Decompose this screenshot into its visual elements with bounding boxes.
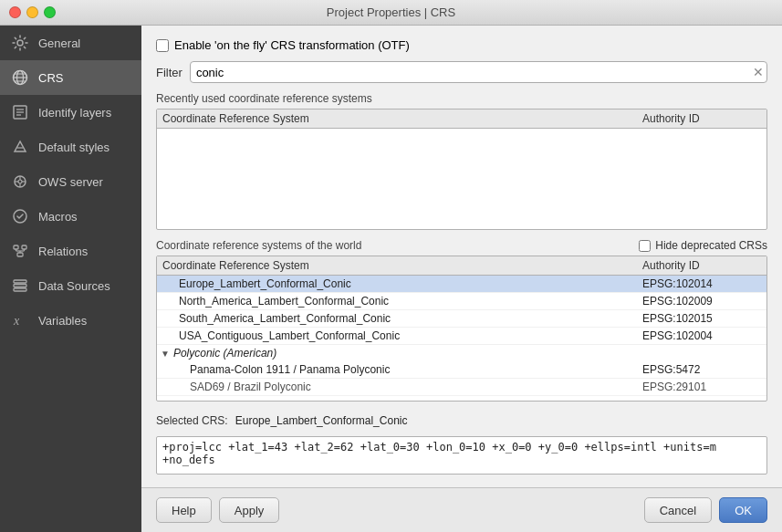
- macros-icon: [11, 207, 29, 225]
- sidebar-item-macros[interactable]: Macros: [0, 199, 141, 234]
- sidebar-label-general: General: [38, 37, 80, 50]
- content-inner: Enable 'on the fly' CRS transformation (…: [141, 26, 782, 487]
- table-row[interactable]: Panama-Colon 1911 / Panama Polyconic EPS…: [157, 361, 766, 379]
- datasources-icon: [11, 276, 29, 295]
- variables-icon: x: [11, 311, 29, 329]
- sidebar-label-ows: OWS server: [38, 175, 103, 189]
- otf-checkbox-row[interactable]: Enable 'on the fly' CRS transformation (…: [156, 38, 767, 52]
- sidebar-item-variables[interactable]: x Variables: [0, 303, 141, 338]
- maximize-button[interactable]: [44, 6, 56, 18]
- sidebar-item-ows-server[interactable]: OWS server: [0, 164, 141, 199]
- filter-row: Filter ✕: [156, 61, 767, 83]
- world-crs-section-header: Coordinate reference systems of the worl…: [156, 239, 767, 252]
- svg-rect-20: [17, 253, 23, 256]
- filter-input[interactable]: [190, 61, 767, 83]
- sidebar-label-styles: Default styles: [38, 141, 109, 154]
- hide-deprecated-label: Hide deprecated CRSs: [655, 239, 767, 252]
- title-bar: Project Properties | CRS: [0, 0, 782, 26]
- close-button[interactable]: [9, 6, 21, 18]
- group-label: Polyconic (American): [173, 347, 276, 360]
- crs-auth: EPSG:102015: [642, 312, 761, 325]
- table-row[interactable]: SAD69 / Brazil Polyconic EPSG:29101: [157, 379, 766, 396]
- sidebar-item-crs[interactable]: CRS: [0, 60, 141, 95]
- sidebar-item-data-sources[interactable]: Data Sources: [0, 268, 141, 303]
- sidebar-item-general[interactable]: General: [0, 26, 141, 60]
- sidebar: General CRS: [0, 26, 141, 532]
- ok-button[interactable]: OK: [719, 497, 767, 523]
- col-auth-header: Authority ID: [642, 112, 761, 125]
- filter-clear-button[interactable]: ✕: [753, 66, 764, 78]
- crs-name: Panama-Colon 1911 / Panama Polyconic: [190, 363, 642, 376]
- recently-used-header: Coordinate Reference System Authority ID: [157, 110, 766, 129]
- sidebar-label-variables: Variables: [38, 314, 87, 328]
- apply-button[interactable]: Apply: [219, 497, 280, 523]
- sidebar-label-data-sources: Data Sources: [38, 279, 110, 293]
- identify-icon: [11, 103, 29, 121]
- world-crs-section: Coordinate reference systems of the worl…: [156, 239, 767, 402]
- styles-icon: [11, 138, 29, 156]
- sidebar-label-macros: Macros: [38, 210, 78, 224]
- gear-icon: [11, 34, 29, 52]
- bottom-right-buttons: Cancel OK: [644, 497, 767, 523]
- filter-input-wrap: ✕: [190, 61, 767, 83]
- globe-icon: [11, 68, 29, 87]
- otf-label: Enable 'on the fly' CRS transformation (…: [174, 38, 410, 52]
- window-controls: [9, 6, 56, 18]
- bottom-bar: Help Apply Cancel OK: [141, 487, 782, 532]
- crs-name: SAD69 / Brazil Polyconic: [190, 381, 642, 393]
- ows-icon: [11, 172, 29, 191]
- help-button[interactable]: Help: [156, 497, 212, 523]
- group-arrow-icon: ▼: [161, 349, 170, 359]
- window-title: Project Properties | CRS: [327, 5, 455, 19]
- svg-point-12: [18, 180, 22, 183]
- col-crs-header: Coordinate Reference System: [162, 112, 642, 125]
- crs-group-row[interactable]: ▼ Polyconic (American): [157, 345, 766, 361]
- hide-deprecated-checkbox[interactable]: [639, 240, 651, 252]
- content-panel: Enable 'on the fly' CRS transformation (…: [141, 26, 782, 532]
- svg-rect-27: [14, 288, 26, 291]
- crs-auth: EPSG:102009: [642, 295, 761, 308]
- hide-deprecated-row[interactable]: Hide deprecated CRSs: [639, 239, 767, 252]
- selected-crs-label: Selected CRS:: [156, 414, 228, 427]
- filter-label: Filter: [156, 66, 182, 79]
- table-row[interactable]: North_America_Lambert_Conformal_Conic EP…: [157, 293, 766, 310]
- crs-auth: EPSG:5472: [642, 363, 761, 376]
- table-row[interactable]: Europe_Lambert_Conformal_Conic EPSG:1020…: [157, 276, 766, 293]
- world-crs-label: Coordinate reference systems of the worl…: [156, 239, 361, 252]
- crs-name: Europe_Lambert_Conformal_Conic: [179, 277, 642, 290]
- recently-used-section: Recently used coordinate reference syste…: [156, 92, 767, 230]
- relations-icon: [11, 242, 29, 260]
- main-container: General CRS: [0, 26, 782, 532]
- sidebar-label-crs: CRS: [38, 71, 63, 85]
- selected-crs-row: Selected CRS: Europe_Lambert_Conformal_C…: [156, 414, 767, 427]
- recently-used-body: [157, 129, 766, 229]
- sidebar-item-identify-layers[interactable]: Identify layers: [0, 95, 141, 130]
- sidebar-item-relations[interactable]: Relations: [0, 234, 141, 268]
- world-crs-table: Coordinate Reference System Authority ID…: [156, 256, 767, 402]
- svg-text:x: x: [13, 314, 20, 328]
- crs-auth: EPSG:102014: [642, 277, 761, 290]
- crs-auth: EPSG:29101: [642, 381, 761, 393]
- svg-rect-19: [22, 245, 26, 249]
- selected-crs-value: Europe_Lambert_Conformal_Conic: [235, 414, 408, 427]
- recently-used-label: Recently used coordinate reference syste…: [156, 92, 767, 105]
- crs-name: North_America_Lambert_Conformal_Conic: [179, 295, 642, 308]
- minimize-button[interactable]: [26, 6, 38, 18]
- sidebar-item-default-styles[interactable]: Default styles: [0, 130, 141, 164]
- crs-name: USA_Contiguous_Lambert_Conformal_Conic: [179, 329, 642, 342]
- svg-point-0: [17, 40, 23, 46]
- otf-checkbox[interactable]: [156, 39, 169, 52]
- svg-rect-25: [14, 280, 26, 283]
- world-col-crs-header: Coordinate Reference System: [162, 259, 642, 272]
- world-col-auth-header: Authority ID: [642, 259, 761, 272]
- table-row[interactable]: South_America_Lambert_Conformal_Conic EP…: [157, 310, 766, 328]
- sidebar-label-relations: Relations: [38, 245, 88, 258]
- proj-string-input[interactable]: [156, 436, 767, 475]
- world-crs-body: Europe_Lambert_Conformal_Conic EPSG:1020…: [157, 276, 766, 401]
- svg-rect-18: [14, 245, 18, 249]
- bottom-left-buttons: Help Apply: [156, 497, 279, 523]
- table-row[interactable]: USA_Contiguous_Lambert_Conformal_Conic E…: [157, 328, 766, 345]
- crs-name: South_America_Lambert_Conformal_Conic: [179, 312, 642, 325]
- cancel-button[interactable]: Cancel: [644, 497, 712, 523]
- crs-auth: EPSG:102004: [642, 329, 761, 342]
